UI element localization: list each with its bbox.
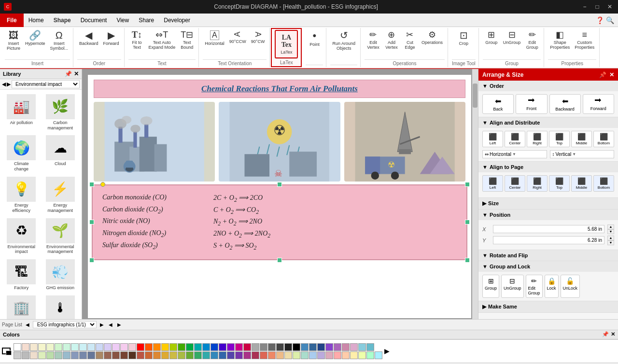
color-coral1[interactable] (260, 351, 267, 359)
color-ocean2[interactable] (219, 351, 226, 359)
color-blue2[interactable] (96, 343, 103, 351)
color-green3[interactable] (178, 343, 185, 351)
arrange-pin-icon[interactable]: 📌 (599, 71, 606, 78)
front-button[interactable]: ⮕ Front (516, 94, 547, 114)
handle-top-center[interactable] (277, 182, 282, 187)
color-mist2[interactable] (71, 351, 79, 359)
color-orange1[interactable] (145, 343, 153, 351)
y-down-button[interactable]: ▼ (607, 240, 614, 245)
ungroup-button[interactable]: ⊟ UnGroup (501, 29, 523, 46)
color-lime1[interactable] (293, 351, 300, 359)
color-green2[interactable] (63, 343, 70, 351)
color-blue3[interactable] (202, 343, 210, 351)
color-teal3[interactable] (194, 343, 202, 351)
color-butter1[interactable] (350, 351, 358, 359)
color-blush1[interactable] (325, 351, 333, 359)
hypernote-button[interactable]: 🔗 Hypernote (23, 29, 47, 47)
color-red[interactable] (137, 343, 144, 351)
crop-button[interactable]: ⊡ Crop (455, 29, 472, 47)
handle-bot-center[interactable] (277, 258, 282, 263)
lock-button[interactable]: 🔒 Lock (545, 275, 559, 298)
close-button[interactable]: ✕ (605, 2, 614, 11)
page-align-top-button[interactable]: ⬛ Top (549, 175, 570, 192)
library-item-environmental-management[interactable]: 🌱 Environmentalmanagement (42, 217, 79, 256)
color-purple4[interactable] (227, 343, 235, 351)
library-close-icon[interactable]: ✕ (74, 70, 79, 77)
order-section-header[interactable]: ▼ Order (478, 81, 618, 91)
page-align-right-button[interactable]: ⬛ Right (527, 175, 548, 192)
library-item-ghg-emission[interactable]: 💨 GHG emission (42, 258, 79, 292)
rotate-ccw-button[interactable]: A 90°CCW (227, 29, 248, 45)
color-lgray2[interactable] (22, 351, 29, 359)
color-white[interactable] (14, 343, 21, 351)
x-input[interactable] (493, 225, 604, 233)
arrange-close-icon[interactable]: ✕ (609, 71, 614, 78)
color-rose2[interactable] (350, 343, 358, 351)
color-gray4[interactable] (276, 343, 284, 351)
color-gray1[interactable] (252, 343, 259, 351)
library-item-climate-change[interactable]: 🌍 Climatechange (3, 134, 40, 173)
color-mint1[interactable] (301, 351, 309, 359)
color-salmon2[interactable] (342, 351, 350, 359)
colors-pin-icon[interactable]: 📌 (602, 331, 609, 337)
group-lock-edit-button[interactable]: ✏ EditGroup (526, 275, 543, 298)
color-sky1[interactable] (358, 343, 366, 351)
point-button[interactable]: • Point (306, 29, 323, 48)
color-brown1[interactable] (96, 351, 103, 359)
align-bottom-button[interactable]: ⬛ Bottom (593, 131, 614, 147)
color-yellow1[interactable] (38, 343, 46, 351)
color-sky3[interactable] (375, 351, 382, 359)
colors-close-icon[interactable]: ✕ (611, 331, 615, 337)
page-align-left-button[interactable]: ⬛ Left (482, 175, 503, 192)
handle-top-right[interactable] (465, 182, 470, 187)
color-olive2[interactable] (178, 351, 185, 359)
backward-order-button[interactable]: ⬅ Backward (549, 94, 581, 114)
developer-menu[interactable]: Developer (159, 14, 195, 27)
color-black[interactable] (293, 343, 300, 351)
page-nav-next-icon[interactable]: ▶ (98, 322, 105, 327)
library-item-air-pollution[interactable]: 🏭 Air pollution (3, 93, 40, 132)
align-distribute-header[interactable]: ▼ Align and Distribute (478, 117, 618, 128)
color-sky2[interactable] (366, 343, 374, 351)
color-orange2[interactable] (153, 343, 161, 351)
forward-button[interactable]: ▶ Forward (101, 29, 121, 47)
color-brown2[interactable] (104, 351, 112, 359)
color-pink1[interactable] (120, 343, 128, 351)
color-indigo1[interactable] (227, 351, 235, 359)
x-down-button[interactable]: ▼ (607, 229, 614, 234)
color-amber2[interactable] (161, 351, 169, 359)
library-item-greenhouse-effect[interactable]: 🌡 Greenhouseeffect (42, 294, 79, 319)
shape-menu[interactable]: Shape (49, 14, 76, 27)
color-indigo2[interactable] (235, 351, 243, 359)
color-mist1[interactable] (63, 351, 70, 359)
color-rust2[interactable] (145, 351, 153, 359)
color-purple1[interactable] (104, 343, 112, 351)
color-teal1[interactable] (71, 343, 79, 351)
color-salmon1[interactable] (334, 351, 341, 359)
insert-picture-button[interactable]: 🖼 InsertPicture (5, 29, 22, 52)
align-top-button[interactable]: ⬛ Top (549, 131, 570, 147)
color-magenta2[interactable] (252, 351, 259, 359)
color-purple2[interactable] (112, 343, 120, 351)
color-magenta1[interactable] (243, 351, 251, 359)
file-menu[interactable]: File (0, 14, 24, 27)
library-category-select[interactable]: Environmental impact (12, 80, 80, 88)
document-menu[interactable]: Document (76, 14, 112, 27)
color-peach1[interactable] (276, 351, 284, 359)
unlock-button[interactable]: 🔓 UnLock (561, 275, 580, 298)
page-select[interactable]: ESG infographics (1/1) (33, 321, 97, 328)
color-emerald1[interactable] (194, 351, 202, 359)
color-pink4[interactable] (243, 343, 251, 351)
insert-symbol-button[interactable]: Ω InsertSymbol... (48, 29, 70, 52)
color-olive1[interactable] (169, 351, 177, 359)
color-purple3[interactable] (219, 343, 226, 351)
align-page-header[interactable]: ▼ Align to Page (478, 162, 618, 172)
color-brown3[interactable] (112, 351, 120, 359)
page-align-middle-button[interactable]: ⬛ Middle (571, 175, 592, 192)
minimize-button[interactable]: − (580, 2, 589, 11)
color-brown4[interactable] (120, 351, 128, 359)
color-yellow2[interactable] (46, 343, 54, 351)
colors-scroll-right[interactable]: ▶ (384, 347, 390, 355)
color-amber1[interactable] (153, 351, 161, 359)
text-auto-expand-button[interactable]: ⇔T Text AutoExpand Mode (147, 29, 178, 51)
